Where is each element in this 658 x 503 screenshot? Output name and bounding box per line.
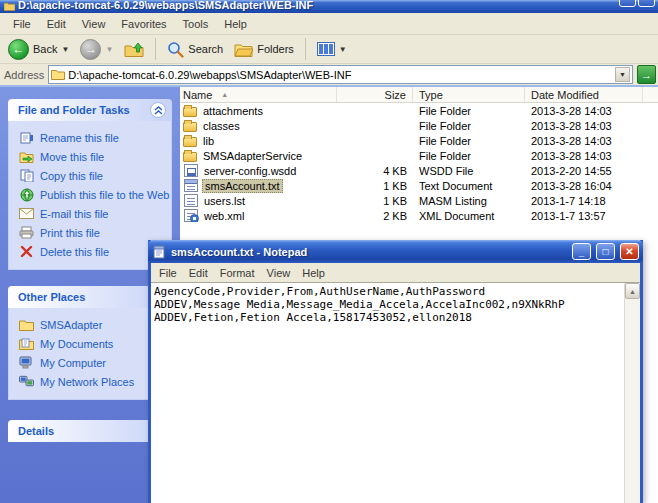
file-row[interactable]: server-config.wsdd4 KBWSDD File2013-2-20… (180, 163, 658, 178)
file-name-cell: server-config.wsdd (180, 164, 337, 177)
scroll-up-icon[interactable]: ▲ (625, 283, 640, 299)
column-header-type[interactable]: Type (413, 87, 525, 102)
address-value: D:\apache-tomcat-6.0.29\webapps\SMSAdapt… (68, 69, 612, 81)
maximize-icon[interactable] (638, 0, 655, 7)
back-button[interactable]: ← Back ▼ (4, 38, 73, 61)
folder-icon (183, 137, 197, 147)
notepad-body: AgencyCode,Provider,From,AuthUserName,Au… (151, 282, 640, 503)
file-row[interactable]: classesFile Folder2013-3-28 14:03 (180, 118, 658, 133)
my-documents-icon (19, 337, 34, 351)
menu-view[interactable]: View (75, 16, 113, 32)
address-input[interactable]: D:\apache-tomcat-6.0.29\webapps\SMSAdapt… (48, 65, 633, 84)
notepad-maximize-icon[interactable]: □ (596, 243, 615, 260)
file-row[interactable]: attachmentsFile Folder2013-3-28 14:03 (180, 103, 658, 118)
file-icon (184, 194, 198, 207)
menu-help[interactable]: Help (217, 16, 254, 32)
forward-button[interactable]: → ▼ (76, 38, 117, 61)
task-move-this-file[interactable]: Move this file (19, 147, 167, 166)
desktop: D:\apache-tomcat-6.0.29\webapps\SMSAdapt… (0, 0, 658, 503)
go-button[interactable]: → (637, 65, 656, 84)
file-name[interactable]: attachments (201, 105, 265, 117)
file-type: MASM Listing (413, 195, 525, 207)
explorer-menubar: FileEditViewFavoritesToolsHelp (0, 13, 658, 35)
task-label: Delete this file (40, 246, 109, 258)
notepad-titlebar[interactable]: smsAccount.txt - Notepad _ □ ✕ (148, 240, 643, 263)
file-row[interactable]: libFile Folder2013-3-28 14:03 (180, 133, 658, 148)
views-button[interactable]: ▼ (313, 41, 351, 57)
folders-icon (234, 42, 253, 57)
details-title: Details (18, 425, 54, 437)
task-e-mail-this-file[interactable]: E-mail this file (19, 204, 167, 223)
file-name[interactable]: users.lst (202, 195, 247, 207)
notepad-text-area[interactable]: AgencyCode,Provider,From,AuthUserName,Au… (151, 283, 624, 503)
file-name[interactable]: classes (201, 120, 242, 132)
notepad-scrollbar[interactable]: ▲ (624, 283, 640, 503)
file-modified: 2013-3-28 14:03 (525, 135, 643, 147)
notepad-menu-file[interactable]: File (153, 265, 183, 281)
delete-icon (19, 245, 34, 259)
minimize-icon[interactable] (619, 0, 636, 7)
file-modified: 2013-1-7 13:57 (525, 210, 643, 222)
place-my-network-places[interactable]: My Network Places (19, 372, 167, 391)
sort-ascending-icon: ▲ (221, 91, 228, 98)
notepad-menu-edit[interactable]: Edit (183, 265, 214, 281)
publish-icon (19, 188, 34, 202)
notepad-menu-help[interactable]: Help (296, 265, 331, 281)
task-print-this-file[interactable]: Print this file (19, 223, 167, 242)
task-rename-this-file[interactable]: Rename this file (19, 128, 167, 147)
file-row[interactable]: SMSAdapterServiceFile Folder2013-3-28 14… (180, 148, 658, 163)
menu-tools[interactable]: Tools (176, 16, 216, 32)
file-size: 4 KB (337, 165, 413, 177)
menu-edit[interactable]: Edit (40, 16, 73, 32)
file-list-header: Name▲SizeTypeDate Modified (180, 87, 658, 103)
back-dropdown-icon[interactable]: ▼ (61, 45, 69, 54)
place-my-documents[interactable]: My Documents (19, 334, 167, 353)
folders-button[interactable]: Folders (230, 41, 298, 58)
notepad-minimize-icon[interactable]: _ (572, 243, 591, 260)
file-type: WSDD File (413, 165, 525, 177)
place-smsadapter[interactable]: SMSAdapter (19, 315, 167, 334)
file-row[interactable]: smsAccount.txt1 KBText Document2013-3-28… (180, 178, 658, 193)
explorer-titlebar[interactable]: D:\apache-tomcat-6.0.29\webapps\SMSAdapt… (0, 0, 658, 13)
file-name[interactable]: server-config.wsdd (202, 165, 298, 177)
menu-file[interactable]: File (6, 16, 38, 32)
folder-window-icon (4, 1, 15, 11)
file-modified: 2013-3-28 14:03 (525, 150, 643, 162)
file-name[interactable]: web.xml (202, 210, 246, 222)
file-icon (184, 179, 198, 192)
column-header-date-modified[interactable]: Date Modified (525, 87, 643, 102)
task-label: Publish this file to the Web (40, 189, 169, 201)
forward-dropdown-icon: ▼ (105, 45, 113, 54)
file-type: File Folder (413, 150, 525, 162)
task-delete-this-file[interactable]: Delete this file (19, 242, 167, 261)
place-label: SMSAdapter (40, 319, 102, 331)
search-button[interactable]: Search (163, 40, 227, 59)
print-icon (19, 226, 34, 240)
notepad-close-icon[interactable]: ✕ (620, 243, 639, 260)
file-modified: 2013-3-28 16:04 (525, 180, 643, 192)
place-my-computer[interactable]: My Computer (19, 353, 167, 372)
notepad-menu-view[interactable]: View (261, 265, 297, 281)
file-type: File Folder (413, 135, 525, 147)
notepad-title: smsAccount.txt - Notepad (171, 246, 567, 258)
chevron-up-icon[interactable] (150, 102, 166, 118)
explorer-toolbar: ← Back ▼ → ▼ Search (0, 35, 658, 64)
file-name[interactable]: smsAccount.txt (202, 179, 283, 193)
file-row[interactable]: web.xml2 KBXML Document2013-1-7 13:57 (180, 208, 658, 223)
file-type: Text Document (413, 180, 525, 192)
file-name-cell: web.xml (180, 209, 337, 222)
address-dropdown-icon[interactable]: ▼ (615, 67, 630, 82)
task-publish-this-file-to-the-web[interactable]: Publish this file to the Web (19, 185, 167, 204)
file-folder-tasks-title: File and Folder Tasks (18, 104, 130, 116)
file-row[interactable]: users.lst1 KBMASM Listing2013-1-7 14:18 (180, 193, 658, 208)
column-header-size[interactable]: Size (337, 87, 413, 102)
notepad-menu-format[interactable]: Format (214, 265, 261, 281)
up-button[interactable] (120, 39, 148, 59)
file-name[interactable]: SMSAdapterService (201, 150, 304, 162)
file-name[interactable]: lib (201, 135, 216, 147)
menu-favorites[interactable]: Favorites (114, 16, 173, 32)
file-type: File Folder (413, 120, 525, 132)
file-folder-tasks-header[interactable]: File and Folder Tasks (8, 99, 172, 121)
column-header-name[interactable]: Name▲ (180, 87, 337, 102)
task-copy-this-file[interactable]: Copy this file (19, 166, 167, 185)
